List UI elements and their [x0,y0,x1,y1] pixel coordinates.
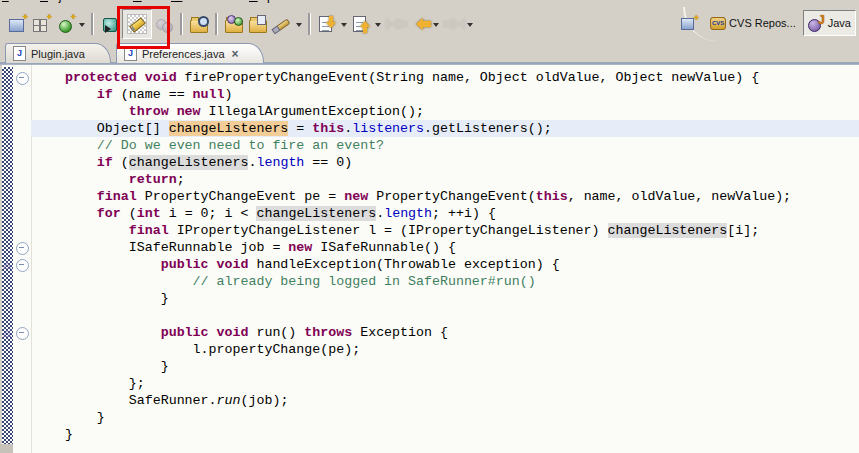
toolbar-separator [180,13,183,35]
code-line: SafeRunner.run(job); [33,392,791,409]
new-java-project-button[interactable]: + [29,12,53,36]
fold-collapse-icon[interactable] [16,327,29,340]
open-type-button[interactable] [187,12,211,36]
menu-item-arch[interactable]: arch [2,0,25,3]
java-perspective-icon: J [808,15,825,31]
code-line [33,307,791,324]
menu-mnemonic: R [133,0,142,3]
code-line: Object[] changeListeners = this.listener… [33,120,791,137]
eclipse-window: { "menu": { "items": [ {"label": "arch",… [0,0,859,453]
open-resource-button[interactable] [246,12,270,36]
menu-item-window[interactable]: Window [171,0,214,3]
code-line: throw new IllegalArgumentException(); [33,103,791,120]
new-wizard-icon: + [7,14,27,34]
back-disabled-icon [385,14,405,34]
code-line: ISafeRunnable job = new ISafeRunnable() … [33,239,791,256]
fold-collapse-icon[interactable] [16,72,29,85]
open-perspective-button[interactable]: + [677,11,702,35]
tab-label: Plugin.java [31,48,85,60]
forward-icon [443,14,463,34]
toolbar-separator [91,13,94,35]
menu-item-project[interactable]: Project [40,0,77,3]
perspective-button-java[interactable]: JJava [803,10,856,36]
red-annotation-box [117,6,170,49]
code-line: if (name == null) [33,86,791,103]
menu-mnemonic: a [2,0,9,3]
export-button[interactable] [349,12,373,36]
menu-item-run[interactable]: Run [133,0,155,3]
back-button[interactable] [407,12,431,36]
code-line: // already being logged in SafeRunner#ru… [33,273,791,290]
ruler-end-cap [0,444,13,453]
export-icon [351,14,371,34]
run-external-tools-icon [272,14,292,34]
open-resource-icon [248,14,268,34]
code-line: } [33,426,791,443]
import-icon [317,14,337,34]
code-line: }; [33,375,791,392]
forward-button [441,12,465,36]
code-line: } [33,290,791,307]
override-indicator-icon: △ [2,260,12,270]
tab-close-icon[interactable]: × [232,49,239,59]
main-toolbar: +++ [0,7,729,41]
external-tools-dropdown-icon[interactable] [294,12,304,36]
menu-item-help[interactable]: Help [249,0,274,3]
code-line: return; [33,171,791,188]
toolbar-separator [215,13,218,35]
quickdiff-ruler [2,67,13,444]
code-line: l.propertyChange(pe); [33,341,791,358]
override-indicator-icon: △ [2,328,12,338]
code-line: } [33,409,791,426]
code-line: public void run() throws Exception { [33,324,791,341]
code-line: public void handleException(Throwable ex… [33,256,791,273]
perspective-label: Java [828,17,851,29]
open-plugin-artifact-button[interactable] [222,12,246,36]
toolbar-separator [308,13,311,35]
menu-mnemonic: H [249,0,258,3]
new-class-wizard-button[interactable]: + [53,12,77,36]
back-disabled-button [383,12,407,36]
code-line: final IPropertyChangeListener l = (IProp… [33,222,791,239]
new-class-wizard-icon: + [55,14,75,34]
perspective-bar: +CVSCVS Repos...JJava [677,9,856,37]
new-class-dropdown-icon[interactable] [77,12,87,36]
java-file-icon: J [13,46,26,61]
fold-collapse-icon[interactable] [16,242,29,255]
export-dropdown-icon[interactable] [373,12,383,36]
back-dropdown-icon[interactable] [431,12,441,36]
code-line: // Do we even need to fire an event? [33,137,791,154]
cvs-repository-icon: CVS [709,15,726,31]
menu-mnemonic: W [171,0,182,3]
perspective-label: CVS Repos... [729,17,796,29]
import-dropdown-icon[interactable] [339,12,349,36]
java-editor[interactable]: protected void firePropertyChangeEvent(S… [0,64,859,453]
open-perspective-icon: + [681,15,698,31]
new-wizard-button[interactable]: + [5,12,29,36]
code-text-area[interactable]: protected void firePropertyChangeEvent(S… [33,69,791,443]
import-button[interactable] [315,12,339,36]
new-java-project-icon: + [31,14,51,34]
menu-mnemonic: P [40,0,48,3]
run-external-tools-button[interactable] [270,12,294,36]
code-line: } [33,358,791,375]
editor-tab-plugin-java[interactable]: JPlugin.java [5,43,111,63]
open-plugin-artifact-icon [224,14,244,34]
perspective-button-cvsrepos[interactable]: CVSCVS Repos... [705,11,800,35]
fold-collapse-icon[interactable] [16,259,29,272]
tab-label: Preferences.java [142,48,225,60]
code-line: final PropertyChangeEvent pe = new Prope… [33,188,791,205]
code-line: if (changeListeners.length == 0) [33,154,791,171]
open-type-icon [189,14,209,34]
back-icon [409,14,429,34]
forward-dropdown-icon[interactable] [465,12,475,36]
code-line: for (int i = 0; i < changeListeners.leng… [33,205,791,222]
code-line: protected void firePropertyChangeEvent(S… [33,69,791,86]
